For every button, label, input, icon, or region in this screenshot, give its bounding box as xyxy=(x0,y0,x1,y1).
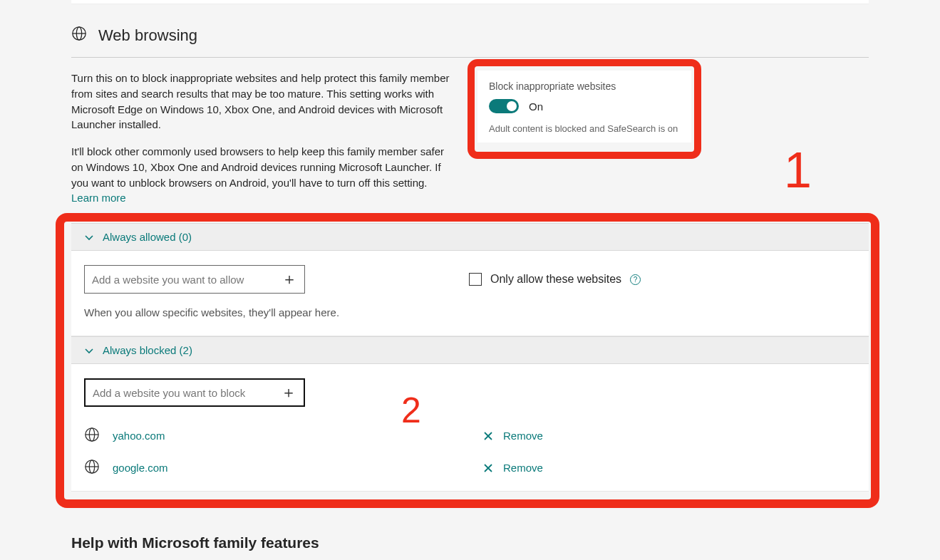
remove-label: Remove xyxy=(503,430,543,442)
add-allowed-placeholder: Add a website you want to allow xyxy=(92,274,244,286)
add-blocked-placeholder: Add a website you want to block xyxy=(93,387,245,399)
remove-button[interactable]: Remove xyxy=(483,430,543,442)
add-blocked-input[interactable]: Add a website you want to block ＋ xyxy=(84,378,305,407)
chevron-down-icon xyxy=(84,232,94,242)
plus-icon[interactable]: ＋ xyxy=(282,271,297,287)
annotation-number-1: 1 xyxy=(784,142,812,199)
remove-label: Remove xyxy=(503,462,543,474)
always-allowed-header[interactable]: Always allowed (0) xyxy=(71,223,869,251)
only-allow-row[interactable]: Only allow these websites ? xyxy=(469,273,641,286)
description-p1: Turn this on to block inappropriate webs… xyxy=(71,71,456,133)
section-title: Web browsing xyxy=(98,26,197,45)
annotation-number-2: 2 xyxy=(401,390,421,431)
blocked-row: yahoo.com Remove xyxy=(84,420,856,452)
blocked-site-link[interactable]: yahoo.com xyxy=(113,430,165,442)
close-icon xyxy=(483,463,493,473)
chevron-down-icon xyxy=(84,346,94,356)
globe-icon xyxy=(71,26,87,46)
help-heading: Help with Microsoft family features xyxy=(71,534,869,551)
only-allow-checkbox[interactable] xyxy=(469,273,482,286)
always-allowed-body: Add a website you want to allow ＋ Only a… xyxy=(71,251,869,336)
description-block: Turn this on to block inappropriate webs… xyxy=(71,71,456,217)
globe-icon xyxy=(84,459,100,477)
help-icon[interactable]: ? xyxy=(630,274,641,285)
globe-icon xyxy=(84,427,100,445)
always-blocked-label: Always blocked (2) xyxy=(103,344,192,356)
description-p2-text: It'll block other commonly used browsers… xyxy=(71,145,444,189)
plus-icon[interactable]: ＋ xyxy=(281,385,296,400)
toggle-title: Block inappropriate websites xyxy=(489,81,680,92)
close-icon xyxy=(483,431,493,441)
blocked-row: google.com Remove xyxy=(84,452,856,484)
only-allow-label: Only allow these websites xyxy=(490,273,621,286)
blocked-site-link[interactable]: google.com xyxy=(113,462,168,474)
description-p2: It'll block other commonly used browsers… xyxy=(71,144,456,206)
always-blocked-header[interactable]: Always blocked (2) xyxy=(71,336,869,364)
add-allowed-input[interactable]: Add a website you want to allow ＋ xyxy=(84,265,305,294)
top-divider xyxy=(71,0,869,4)
always-allowed-label: Always allowed (0) xyxy=(103,231,192,243)
web-browsing-heading: Web browsing xyxy=(71,26,869,58)
allowed-hint: When you allow specific websites, they'l… xyxy=(84,306,856,318)
learn-more-link[interactable]: Learn more xyxy=(71,192,126,204)
block-toggle-card: Block inappropriate websites On Adult co… xyxy=(477,71,691,142)
toggle-state: On xyxy=(529,100,543,113)
toggle-sub: Adult content is blocked and SafeSearch … xyxy=(489,123,680,134)
block-websites-toggle[interactable] xyxy=(489,99,519,113)
always-blocked-body: Add a website you want to block ＋ yahoo.… xyxy=(71,364,869,492)
remove-button[interactable]: Remove xyxy=(483,462,543,474)
